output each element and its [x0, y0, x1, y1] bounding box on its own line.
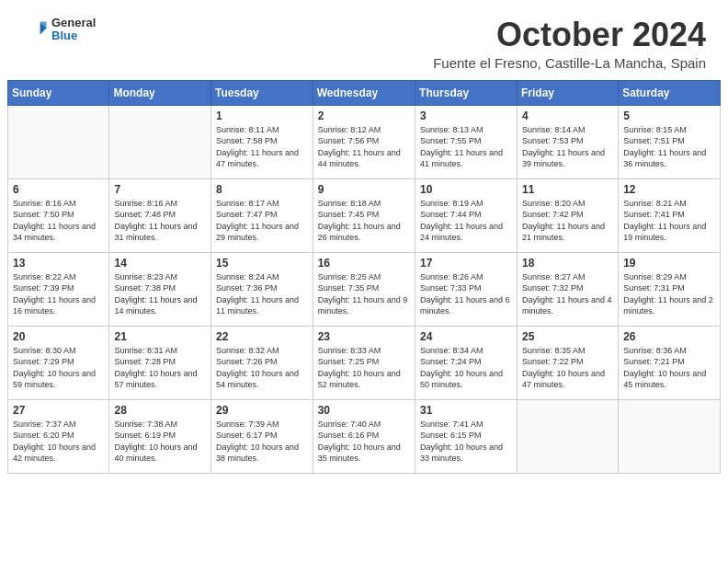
calendar-week-row: 27Sunrise: 7:37 AMSunset: 6:20 PMDayligh… [8, 399, 721, 473]
weekday-header: Wednesday [313, 80, 415, 105]
calendar-cell: 13Sunrise: 8:22 AMSunset: 7:39 PMDayligh… [8, 252, 109, 326]
calendar-cell: 5Sunrise: 8:15 AMSunset: 7:51 PMDaylight… [619, 105, 721, 178]
day-info: Sunrise: 8:30 AMSunset: 7:29 PMDaylight:… [13, 345, 104, 391]
calendar-cell: 4Sunrise: 8:14 AMSunset: 7:53 PMDaylight… [517, 105, 618, 178]
day-number: 14 [114, 257, 206, 270]
calendar-cell: 24Sunrise: 8:34 AMSunset: 7:24 PMDayligh… [415, 326, 518, 399]
day-info: Sunrise: 8:25 AMSunset: 7:35 PMDaylight:… [318, 271, 410, 317]
calendar-table: SundayMondayTuesdayWednesdayThursdayFrid… [7, 80, 721, 474]
day-info: Sunrise: 8:18 AMSunset: 7:45 PMDaylight:… [318, 198, 410, 244]
calendar-week-row: 6Sunrise: 8:16 AMSunset: 7:50 PMDaylight… [8, 178, 721, 252]
calendar-cell: 31Sunrise: 7:41 AMSunset: 6:15 PMDayligh… [415, 399, 518, 473]
calendar-cell: 27Sunrise: 7:37 AMSunset: 6:20 PMDayligh… [8, 399, 109, 473]
day-info: Sunrise: 8:16 AMSunset: 7:50 PMDaylight:… [13, 198, 104, 244]
day-number: 30 [318, 404, 410, 417]
day-info: Sunrise: 7:37 AMSunset: 6:20 PMDaylight:… [13, 419, 104, 465]
calendar-cell [109, 105, 211, 178]
day-info: Sunrise: 8:17 AMSunset: 7:47 PMDaylight:… [216, 198, 308, 244]
day-number: 5 [623, 109, 715, 122]
day-number: 31 [420, 404, 512, 417]
day-info: Sunrise: 7:40 AMSunset: 6:16 PMDaylight:… [318, 419, 410, 465]
day-number: 4 [522, 109, 613, 122]
month-title: October 2024 [433, 17, 706, 53]
weekday-header: Tuesday [211, 80, 313, 105]
day-info: Sunrise: 8:19 AMSunset: 7:44 PMDaylight:… [420, 198, 512, 244]
calendar-week-row: 20Sunrise: 8:30 AMSunset: 7:29 PMDayligh… [8, 326, 721, 399]
calendar-week-row: 13Sunrise: 8:22 AMSunset: 7:39 PMDayligh… [8, 252, 721, 326]
logo-general: General [51, 17, 96, 29]
weekday-header-row: SundayMondayTuesdayWednesdayThursdayFrid… [8, 80, 721, 105]
weekday-header: Thursday [415, 80, 518, 105]
calendar-wrapper: SundayMondayTuesdayWednesdayThursdayFrid… [0, 80, 728, 481]
page-header: General Blue October 2024 Fuente el Fres… [0, 0, 728, 80]
day-number: 27 [13, 404, 104, 417]
calendar-cell: 9Sunrise: 8:18 AMSunset: 7:45 PMDaylight… [313, 178, 415, 252]
weekday-header: Monday [109, 80, 211, 105]
calendar-cell: 25Sunrise: 8:35 AMSunset: 7:22 PMDayligh… [517, 326, 618, 399]
calendar-cell: 6Sunrise: 8:16 AMSunset: 7:50 PMDaylight… [8, 178, 109, 252]
calendar-cell: 15Sunrise: 8:24 AMSunset: 7:36 PMDayligh… [211, 252, 313, 326]
calendar-cell [619, 399, 721, 473]
weekday-header: Sunday [8, 80, 109, 105]
day-info: Sunrise: 8:32 AMSunset: 7:26 PMDaylight:… [216, 345, 308, 391]
day-info: Sunrise: 8:33 AMSunset: 7:25 PMDaylight:… [318, 345, 410, 391]
calendar-cell: 8Sunrise: 8:17 AMSunset: 7:47 PMDaylight… [211, 178, 313, 252]
day-number: 13 [13, 257, 104, 270]
day-info: Sunrise: 8:16 AMSunset: 7:48 PMDaylight:… [114, 198, 206, 244]
day-number: 9 [318, 183, 410, 196]
calendar-cell: 19Sunrise: 8:29 AMSunset: 7:31 PMDayligh… [619, 252, 721, 326]
day-info: Sunrise: 8:11 AMSunset: 7:58 PMDaylight:… [216, 124, 308, 170]
day-info: Sunrise: 8:35 AMSunset: 7:22 PMDaylight:… [522, 345, 613, 391]
day-info: Sunrise: 8:26 AMSunset: 7:33 PMDaylight:… [420, 271, 512, 317]
day-info: Sunrise: 8:22 AMSunset: 7:39 PMDaylight:… [13, 271, 104, 317]
day-number: 28 [114, 404, 206, 417]
day-info: Sunrise: 7:38 AMSunset: 6:19 PMDaylight:… [114, 419, 206, 465]
calendar-cell: 28Sunrise: 7:38 AMSunset: 6:19 PMDayligh… [109, 399, 211, 473]
calendar-cell: 30Sunrise: 7:40 AMSunset: 6:16 PMDayligh… [313, 399, 415, 473]
calendar-cell: 17Sunrise: 8:26 AMSunset: 7:33 PMDayligh… [415, 252, 518, 326]
calendar-cell: 26Sunrise: 8:36 AMSunset: 7:21 PMDayligh… [619, 326, 721, 399]
day-number: 1 [216, 109, 308, 122]
day-number: 29 [216, 404, 308, 417]
day-number: 22 [216, 330, 308, 343]
day-info: Sunrise: 7:39 AMSunset: 6:17 PMDaylight:… [216, 419, 308, 465]
day-info: Sunrise: 8:36 AMSunset: 7:21 PMDaylight:… [623, 345, 715, 391]
logo-blue: Blue [51, 29, 96, 42]
day-info: Sunrise: 8:12 AMSunset: 7:56 PMDaylight:… [318, 124, 410, 170]
day-number: 24 [420, 330, 512, 343]
day-info: Sunrise: 8:27 AMSunset: 7:32 PMDaylight:… [522, 271, 613, 317]
day-info: Sunrise: 8:13 AMSunset: 7:55 PMDaylight:… [420, 124, 512, 170]
calendar-cell [8, 105, 109, 178]
day-number: 15 [216, 257, 308, 270]
weekday-header: Saturday [619, 80, 721, 105]
day-info: Sunrise: 7:41 AMSunset: 6:15 PMDaylight:… [420, 419, 512, 465]
day-number: 8 [216, 183, 308, 196]
weekday-header: Friday [517, 80, 618, 105]
calendar-cell: 18Sunrise: 8:27 AMSunset: 7:32 PMDayligh… [517, 252, 618, 326]
calendar-cell: 14Sunrise: 8:23 AMSunset: 7:38 PMDayligh… [109, 252, 211, 326]
calendar-cell: 21Sunrise: 8:31 AMSunset: 7:28 PMDayligh… [109, 326, 211, 399]
day-info: Sunrise: 8:24 AMSunset: 7:36 PMDaylight:… [216, 271, 308, 317]
day-number: 20 [13, 330, 104, 343]
day-number: 2 [318, 109, 410, 122]
day-info: Sunrise: 8:14 AMSunset: 7:53 PMDaylight:… [522, 124, 613, 170]
calendar-cell: 10Sunrise: 8:19 AMSunset: 7:44 PMDayligh… [415, 178, 518, 252]
day-number: 10 [420, 183, 512, 196]
calendar-cell: 2Sunrise: 8:12 AMSunset: 7:56 PMDaylight… [313, 105, 415, 178]
logo: General Blue [22, 17, 96, 43]
location: Fuente el Fresno, Castille-La Mancha, Sp… [433, 55, 706, 71]
calendar-cell: 7Sunrise: 8:16 AMSunset: 7:48 PMDaylight… [109, 178, 211, 252]
day-info: Sunrise: 8:21 AMSunset: 7:41 PMDaylight:… [623, 198, 715, 244]
title-section: October 2024 Fuente el Fresno, Castille-… [433, 17, 706, 71]
day-number: 6 [13, 183, 104, 196]
day-number: 23 [318, 330, 410, 343]
day-number: 17 [420, 257, 512, 270]
day-info: Sunrise: 8:29 AMSunset: 7:31 PMDaylight:… [623, 271, 715, 317]
day-info: Sunrise: 8:15 AMSunset: 7:51 PMDaylight:… [623, 124, 715, 170]
day-number: 19 [623, 257, 715, 270]
day-number: 12 [623, 183, 715, 196]
calendar-cell: 1Sunrise: 8:11 AMSunset: 7:58 PMDaylight… [211, 105, 313, 178]
day-info: Sunrise: 8:23 AMSunset: 7:38 PMDaylight:… [114, 271, 206, 317]
day-number: 26 [623, 330, 715, 343]
calendar-cell: 11Sunrise: 8:20 AMSunset: 7:42 PMDayligh… [517, 178, 618, 252]
